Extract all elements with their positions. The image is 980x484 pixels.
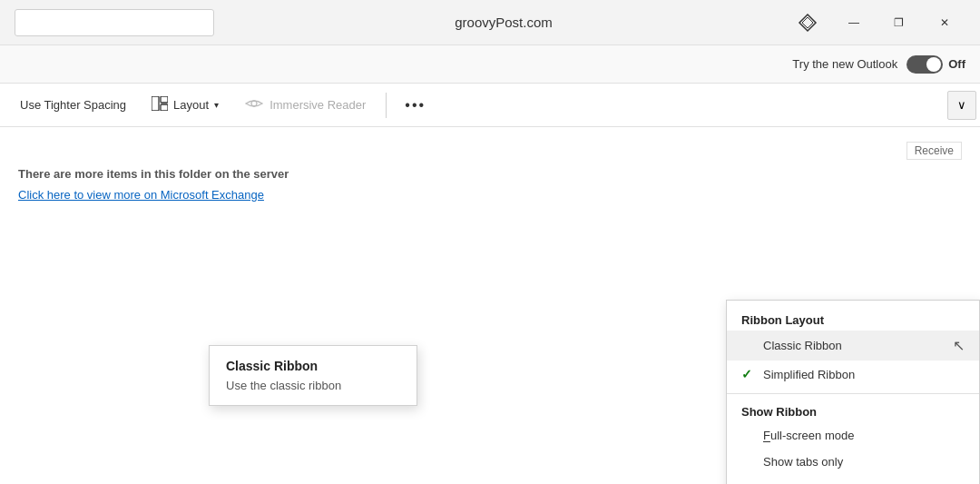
tooltip-title: Classic Ribbon bbox=[226, 359, 400, 373]
toolbar-separator bbox=[386, 93, 387, 118]
outlook-toggle[interactable]: Off bbox=[906, 55, 965, 74]
maximize-button[interactable]: ❐ bbox=[878, 8, 920, 37]
tighter-spacing-label: Use Tighter Spacing bbox=[20, 98, 126, 112]
immersive-reader-icon bbox=[244, 96, 264, 114]
tighter-spacing-button[interactable]: Use Tighter Spacing bbox=[11, 93, 135, 117]
svg-rect-4 bbox=[161, 104, 168, 111]
search-box[interactable] bbox=[15, 9, 214, 36]
check-icon: ✓ bbox=[741, 367, 756, 381]
window-controls: — ❐ ✕ bbox=[793, 8, 965, 37]
fullscreen-mode-item[interactable]: Full-screen mode bbox=[727, 422, 979, 449]
tooltip-description: Use the classic ribbon bbox=[226, 379, 400, 392]
receive-bar: Receive bbox=[18, 142, 962, 160]
more-button[interactable]: ••• bbox=[397, 94, 433, 117]
app-title: groovyPost.com bbox=[455, 15, 553, 30]
chevron-down-icon: ∨ bbox=[957, 98, 966, 112]
ribbon-layout-dropdown: Ribbon Layout Classic Ribbon ↖ ✓ Simplif… bbox=[726, 300, 980, 484]
toggle-knob bbox=[926, 57, 941, 72]
svg-rect-2 bbox=[152, 96, 159, 111]
outlook-toggle-label: Try the new Outlook bbox=[792, 57, 897, 71]
immersive-reader-button[interactable]: Immersive Reader bbox=[235, 91, 375, 119]
outlook-bar: Try the new Outlook Off bbox=[0, 45, 980, 84]
minimize-button[interactable]: — bbox=[833, 8, 875, 37]
fullscreen-label: Full-screen mode bbox=[763, 429, 854, 442]
content-area: Receive There are more items in this fol… bbox=[0, 127, 980, 217]
show-ribbon-section-title: Show Ribbon bbox=[727, 400, 979, 422]
layout-icon bbox=[152, 96, 168, 114]
immersive-reader-label: Immersive Reader bbox=[270, 98, 366, 112]
classic-ribbon-item[interactable]: Classic Ribbon ↖ bbox=[727, 331, 979, 361]
show-tabs-label: Show tabs only bbox=[763, 455, 843, 469]
close-button[interactable]: ✕ bbox=[924, 8, 965, 37]
layout-label: Layout bbox=[173, 98, 209, 112]
svg-rect-3 bbox=[161, 96, 168, 103]
simplified-ribbon-item[interactable]: ✓ Simplified Ribbon bbox=[727, 361, 979, 388]
ribbon-layout-section-title: Ribbon Layout bbox=[727, 308, 979, 331]
layout-chevron-icon: ▾ bbox=[214, 100, 219, 110]
svg-point-5 bbox=[251, 101, 257, 106]
classic-ribbon-label: Classic Ribbon bbox=[763, 339, 842, 352]
toggle-track[interactable] bbox=[906, 55, 943, 74]
expand-ribbon-button[interactable]: ∨ bbox=[947, 91, 976, 120]
always-show-ribbon-item[interactable]: ✓ Always show Ribbon bbox=[727, 475, 979, 484]
simplified-ribbon-label: Simplified Ribbon bbox=[763, 368, 855, 381]
receive-label: Receive bbox=[906, 142, 962, 160]
exchange-link[interactable]: Click here to view more on Microsoft Exc… bbox=[18, 188, 264, 202]
diamond-icon bbox=[793, 8, 822, 37]
toggle-state-label: Off bbox=[948, 57, 965, 71]
show-tabs-item[interactable]: Show tabs only bbox=[727, 449, 979, 475]
folder-notice: There are more items in this folder on t… bbox=[18, 167, 962, 181]
layout-button[interactable]: Layout ▾ bbox=[142, 91, 228, 119]
main-content: Receive There are more items in this fol… bbox=[0, 127, 980, 484]
cursor-indicator: ↖ bbox=[953, 337, 965, 354]
dropdown-divider bbox=[727, 393, 979, 394]
tooltip-popup: Classic Ribbon Use the classic ribbon bbox=[209, 345, 417, 406]
toolbar: Use Tighter Spacing Layout ▾ Immersive R… bbox=[0, 84, 980, 127]
title-bar: groovyPost.com — ❐ ✕ bbox=[0, 0, 980, 45]
